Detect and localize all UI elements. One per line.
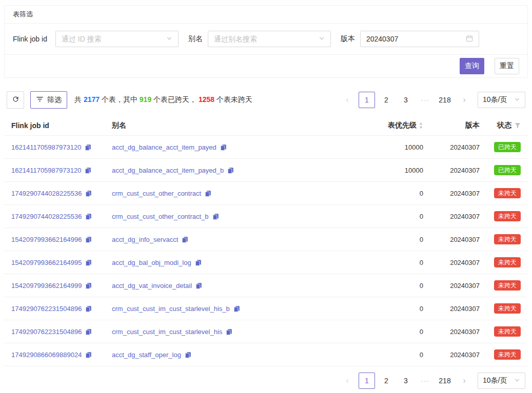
column-header-priority: 表优先级 bbox=[336, 121, 423, 130]
reset-button[interactable]: 重置 bbox=[495, 58, 519, 74]
priority-value: 0 bbox=[336, 351, 423, 359]
alias-link[interactable]: acct_dg_balance_acct_item_payed_b bbox=[112, 167, 224, 174]
summary-part: 个表，其中 bbox=[100, 95, 140, 104]
copy-icon[interactable] bbox=[212, 213, 219, 220]
chevron-right-icon[interactable]: › bbox=[456, 92, 472, 108]
copy-icon[interactable] bbox=[182, 236, 188, 243]
sort-icon[interactable] bbox=[419, 122, 423, 129]
priority-value: 10000 bbox=[336, 167, 423, 174]
calendar-icon bbox=[466, 35, 473, 44]
alias-select[interactable] bbox=[208, 31, 331, 47]
status-badge: 已跨天 bbox=[494, 142, 521, 152]
flink-job-id-select[interactable] bbox=[55, 31, 179, 47]
priority-value: 0 bbox=[336, 282, 423, 289]
copy-icon[interactable] bbox=[227, 167, 234, 174]
page-button-last[interactable]: 218 bbox=[437, 373, 453, 389]
refresh-icon bbox=[12, 95, 19, 105]
copy-icon[interactable] bbox=[85, 305, 92, 312]
alias-input[interactable] bbox=[214, 35, 316, 43]
flink-job-id-link[interactable]: 1749290866069889024 bbox=[11, 351, 82, 359]
chevron-down-icon bbox=[514, 96, 520, 104]
page-button-3[interactable]: 3 bbox=[398, 92, 414, 108]
alias-link[interactable]: acct_dg_balance_acct_item_payed bbox=[112, 143, 216, 151]
copy-icon[interactable] bbox=[195, 259, 202, 266]
alias-link[interactable]: acct_dg_bal_obj_modi_log bbox=[112, 259, 191, 266]
alias-link[interactable]: crm_cust_cust_other_contract bbox=[112, 190, 201, 197]
page-button-2[interactable]: 2 bbox=[378, 373, 395, 389]
filter-button[interactable]: 筛选 bbox=[30, 91, 67, 109]
copy-icon[interactable] bbox=[185, 351, 191, 358]
summary-part: 共 bbox=[74, 95, 84, 104]
table-row: 1542097993662164996 acct_dg_info_servacc… bbox=[4, 228, 528, 251]
version-value: 20240307 bbox=[423, 143, 480, 151]
chevron-right-icon[interactable]: › bbox=[456, 373, 472, 389]
flink-job-id-link[interactable]: 1542097993662164996 bbox=[11, 236, 82, 243]
chevron-down-icon bbox=[319, 35, 325, 43]
page-button-1[interactable]: 1 bbox=[359, 92, 375, 108]
chevron-left-icon[interactable]: ‹ bbox=[339, 92, 356, 108]
flink-job-id-input[interactable] bbox=[62, 35, 163, 43]
flink-job-id-link[interactable]: 1621411705987973120 bbox=[11, 143, 81, 151]
version-value: 20240307 bbox=[423, 236, 480, 243]
alias-link[interactable]: crm_cust_cust_other_contract_b bbox=[112, 213, 209, 220]
version-value: 20240307 bbox=[423, 328, 480, 336]
status-badge: 未跨天 bbox=[494, 257, 521, 267]
alias-link[interactable]: crm_cust_cust_im_cust_starlevel_his bbox=[112, 328, 222, 336]
copy-icon[interactable] bbox=[85, 328, 92, 335]
copy-icon[interactable] bbox=[85, 351, 92, 358]
page-button-last[interactable]: 218 bbox=[437, 92, 453, 108]
version-value: 20240307 bbox=[423, 351, 480, 359]
alias-link[interactable]: acct_dg_vat_invoice_detail bbox=[112, 282, 192, 289]
page-size-value: 10条/页 bbox=[483, 95, 507, 105]
filter-footer: 查询 重置 bbox=[5, 54, 527, 77]
flink-job-id-link[interactable]: 1542097993662164995 bbox=[11, 259, 82, 266]
flink-job-id-link[interactable]: 1749290762231504896 bbox=[11, 328, 82, 336]
version-date-input[interactable] bbox=[366, 35, 463, 43]
table-header: Flink job id 别名 表优先级 版本 状态 bbox=[4, 115, 528, 136]
flink-job-id-link[interactable]: 1749290762231504896 bbox=[11, 305, 82, 313]
version-value: 20240307 bbox=[423, 259, 480, 266]
version-date-picker[interactable] bbox=[360, 31, 479, 47]
copy-icon[interactable] bbox=[85, 236, 92, 243]
filter-funnel-icon[interactable] bbox=[515, 122, 521, 129]
copy-icon[interactable] bbox=[85, 144, 91, 151]
page-ellipsis[interactable]: ··· bbox=[417, 373, 434, 389]
flink-job-id-link[interactable]: 1542097993662164999 bbox=[11, 282, 82, 289]
chevron-down-icon bbox=[166, 35, 172, 43]
alias-link[interactable]: acct_dg_staff_oper_log bbox=[112, 351, 181, 359]
page-button-2[interactable]: 2 bbox=[378, 92, 395, 108]
flink-job-id-link[interactable]: 1749290744028225536 bbox=[11, 190, 82, 197]
copy-icon[interactable] bbox=[85, 167, 91, 174]
refresh-button[interactable] bbox=[7, 91, 24, 109]
page-size-select[interactable]: 10条/页 bbox=[478, 373, 525, 389]
chevron-left-icon[interactable]: ‹ bbox=[339, 373, 356, 389]
page-button-1[interactable]: 1 bbox=[359, 373, 375, 389]
filter-button-label: 筛选 bbox=[47, 95, 62, 105]
version-value: 20240307 bbox=[423, 213, 480, 220]
status-badge: 未跨天 bbox=[494, 280, 521, 291]
summary-total: 2177 bbox=[84, 95, 100, 104]
copy-icon[interactable] bbox=[85, 190, 92, 197]
alias-link[interactable]: acct_dg_info_servacct bbox=[112, 236, 178, 243]
flink-job-id-link[interactable]: 1621411705987973120 bbox=[11, 167, 81, 174]
flink-job-id-link[interactable]: 1749290744028225536 bbox=[11, 213, 82, 220]
copy-icon[interactable] bbox=[226, 328, 232, 335]
copy-icon[interactable] bbox=[85, 213, 92, 220]
copy-icon[interactable] bbox=[85, 282, 92, 289]
copy-icon[interactable] bbox=[220, 144, 227, 151]
page-ellipsis[interactable]: ··· bbox=[417, 92, 434, 108]
copy-icon[interactable] bbox=[85, 259, 92, 266]
table-row: 1749290744028225536 crm_cust_cust_other_… bbox=[4, 205, 528, 228]
flink-job-id-label: Flink job id bbox=[13, 35, 47, 43]
copy-icon[interactable] bbox=[205, 190, 211, 197]
search-button[interactable]: 查询 bbox=[460, 58, 484, 74]
summary-text: 共 2177 个表，其中 919 个表已跨天， 1258 个表未跨天 bbox=[74, 95, 252, 105]
alias-link[interactable]: crm_cust_cust_im_cust_starlevel_his_b bbox=[112, 305, 230, 313]
priority-value: 0 bbox=[336, 213, 423, 220]
copy-icon[interactable] bbox=[233, 305, 240, 312]
priority-value: 0 bbox=[336, 190, 423, 197]
page-size-select[interactable]: 10条/页 bbox=[478, 92, 525, 108]
page-button-3[interactable]: 3 bbox=[398, 373, 414, 389]
copy-icon[interactable] bbox=[195, 282, 202, 289]
filter-lines-icon bbox=[36, 95, 44, 105]
